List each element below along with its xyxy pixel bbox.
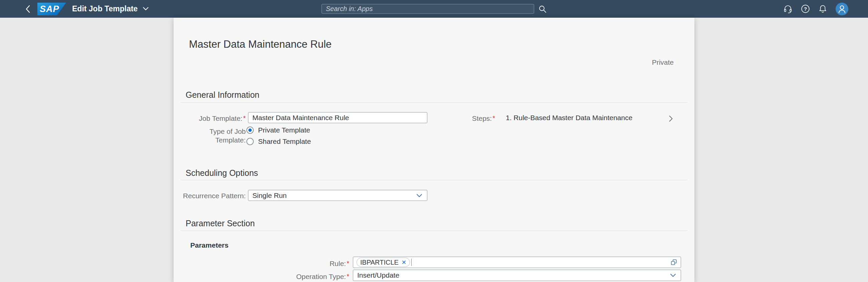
recurrence-pattern-label: Recurrence Pattern:: [180, 192, 246, 200]
shell-search: [321, 4, 547, 14]
notifications-button[interactable]: [818, 4, 827, 13]
divider: [180, 102, 688, 103]
object-page: Master Data Maintenance Rule Private Gen…: [174, 18, 694, 282]
value-help-button[interactable]: [670, 259, 678, 266]
app-title-menu[interactable]: Edit Job Template: [72, 0, 149, 18]
back-button[interactable]: [21, 0, 35, 18]
value-help-icon: [670, 259, 678, 266]
sap-logo[interactable]: SAP: [37, 3, 66, 15]
app-title: Edit Job Template: [72, 4, 137, 13]
text-caret: [411, 259, 412, 266]
required-indicator: *: [346, 260, 349, 267]
search-input[interactable]: [321, 4, 534, 14]
chevron-down-icon: [416, 193, 423, 198]
user-profile-button[interactable]: [836, 3, 848, 15]
steps-label: Steps:*: [447, 114, 495, 123]
required-indicator: *: [346, 273, 349, 280]
remove-token-icon[interactable]: ✕: [402, 260, 406, 265]
chevron-down-icon: [670, 273, 676, 278]
section-general-information: General Information: [186, 90, 259, 100]
search-icon: [538, 5, 547, 13]
page-title: Master Data Maintenance Rule: [189, 38, 332, 51]
section-parameter-section: Parameter Section: [186, 219, 255, 228]
svg-text:?: ?: [804, 6, 807, 12]
shell-actions: ?: [783, 0, 848, 18]
chevron-down-icon: [143, 7, 149, 11]
rule-label: Rule:*: [289, 259, 349, 268]
shell-bar: SAP Edit Job Template: [0, 0, 868, 18]
help-button[interactable]: ?: [801, 4, 810, 13]
radio-shared-template[interactable]: Shared Template: [246, 137, 311, 146]
required-indicator: *: [492, 115, 495, 122]
steps-value: 1. Rule-Based Master Data Maintenance: [506, 114, 632, 122]
job-template-input[interactable]: [248, 112, 427, 123]
help-icon: ?: [801, 4, 810, 13]
back-chevron-icon: [25, 5, 31, 13]
radio-private-template[interactable]: Private Template: [246, 126, 310, 134]
divider: [180, 180, 688, 180]
radio-button-selected[interactable]: [246, 126, 254, 134]
search-button[interactable]: [538, 5, 547, 13]
divider: [180, 230, 688, 231]
parameters-panel-title: Parameters: [190, 241, 228, 249]
support-button[interactable]: [783, 4, 793, 14]
section-scheduling-options: Scheduling Options: [186, 168, 258, 178]
privacy-badge: Private: [652, 58, 674, 66]
person-icon: [836, 3, 848, 15]
recurrence-pattern-select[interactable]: Single Run: [248, 190, 427, 201]
rule-input[interactable]: IBPARTICLE ✕: [353, 257, 681, 268]
sap-logo-text: SAP: [40, 4, 59, 14]
type-of-job-template-label: Type of Job Template:: [180, 127, 246, 145]
radio-button-unselected[interactable]: [246, 138, 254, 145]
edit-job-template-screen: SAP Edit Job Template: [0, 0, 868, 282]
steps-navigate-button[interactable]: [669, 115, 673, 123]
chevron-right-icon: [669, 115, 673, 123]
operation-type-select[interactable]: Insert/Update: [353, 270, 681, 281]
headset-icon: [783, 4, 793, 14]
bell-icon: [818, 4, 827, 13]
job-template-label: Job Template:*: [180, 114, 246, 123]
operation-type-label: Operation Type:*: [289, 272, 349, 281]
required-indicator: *: [243, 115, 246, 122]
rule-token[interactable]: IBPARTICLE ✕: [356, 258, 410, 267]
